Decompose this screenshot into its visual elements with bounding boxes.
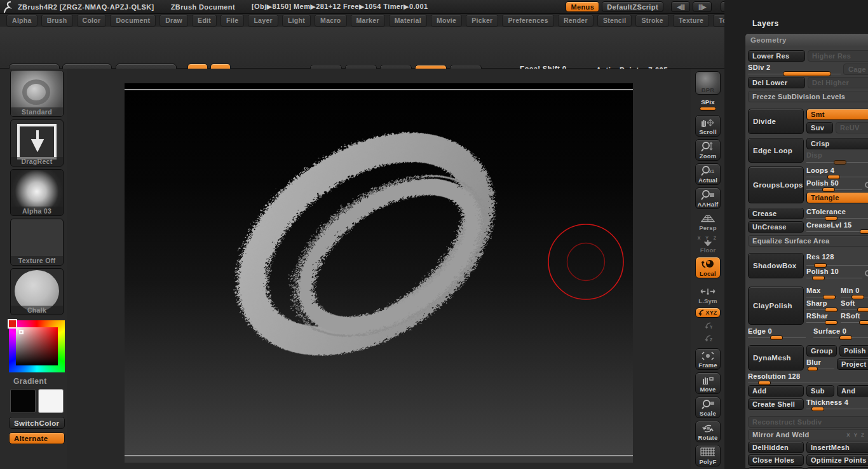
default-zscript-button[interactable]: DefaultZScript (602, 1, 663, 12)
suv-button[interactable]: Suv (806, 122, 833, 133)
menu-item-light[interactable]: Light (282, 15, 311, 27)
menu-item-marker[interactable]: Marker (351, 15, 385, 27)
blur-slider[interactable]: Blur (806, 358, 834, 369)
zoom-button[interactable]: Zoom (695, 139, 721, 161)
mirror-and-weld-button[interactable]: Mirror And Weld X Y Z (748, 429, 868, 440)
and-button[interactable]: And (837, 385, 868, 397)
dynamesh-button[interactable]: DynaMesh (748, 345, 804, 370)
edge-loop-button[interactable]: Edge Loop (748, 138, 804, 163)
freeze-subdivision-button[interactable]: Freeze SubDivision Levels (748, 91, 868, 102)
claypolish-button[interactable]: ClayPolish (748, 287, 804, 325)
rotate-3d-button[interactable]: Rotate (695, 421, 721, 442)
project-button[interactable]: Project (837, 358, 868, 370)
menu-item-document[interactable]: Document (110, 15, 156, 27)
spix-slider[interactable]: SPix (695, 97, 721, 114)
bpr-button[interactable]: BPR (695, 71, 721, 95)
menu-item-file[interactable]: File (220, 15, 244, 27)
move-3d-button[interactable]: Move (695, 372, 721, 394)
polish10-slider[interactable]: Polish 10 (806, 268, 862, 278)
current-brush-thumbnail[interactable]: Standard (10, 70, 64, 117)
menu-item-draw[interactable]: Draw (159, 15, 188, 27)
polish10-toggle-icon[interactable] (865, 270, 868, 276)
document-canvas[interactable] (125, 83, 633, 463)
higher-res-button[interactable]: Higher Res (808, 50, 868, 62)
create-shell-button[interactable]: Create Shell (748, 398, 804, 410)
geometry-header[interactable]: Geometry (745, 34, 868, 46)
rshar-slider[interactable]: RShar (806, 312, 837, 323)
reconstruct-subdiv-button[interactable]: Reconstruct Subdiv (748, 416, 868, 428)
optimize-points-button[interactable]: Optimize Points Order (806, 454, 868, 466)
menu-item-layer[interactable]: Layer (248, 15, 278, 27)
insertmesh-button[interactable]: InsertMesh (806, 442, 868, 453)
menu-item-texture[interactable]: Texture (673, 15, 709, 27)
reuv-button[interactable]: ReUV (836, 122, 868, 133)
disp-slider[interactable]: Disp (806, 151, 868, 163)
surface0-slider[interactable]: Surface 0 (813, 327, 868, 338)
sdiv-slider[interactable]: SDiv 2 (748, 64, 841, 74)
current-material-thumbnail[interactable]: Chalk (10, 268, 64, 315)
frame-button[interactable]: Frame (695, 348, 721, 370)
actual-button[interactable]: x1 Actual (695, 163, 721, 185)
group-button[interactable]: Group (806, 345, 837, 357)
current-texture-thumbnail[interactable]: Texture Off (10, 219, 64, 266)
close-holes-button[interactable]: Close Holes (748, 454, 804, 466)
soft-slider[interactable]: Soft (841, 299, 868, 310)
alternate-button[interactable]: Alternate (9, 432, 65, 444)
menu-item-render[interactable]: Render (558, 15, 593, 27)
rsoft-slider[interactable]: RSoft (841, 312, 868, 323)
menu-item-brush[interactable]: Brush (41, 15, 73, 27)
polish50-toggle-icon[interactable] (865, 182, 868, 188)
aahalf-button[interactable]: AAHalf (695, 187, 721, 209)
edge0-slider[interactable]: Edge 0 (748, 327, 806, 338)
scale-3d-button[interactable]: Scale (695, 397, 721, 418)
lower-res-button[interactable]: Lower Res (748, 50, 805, 62)
scroll-right-icon[interactable]: ||||▶ (693, 1, 712, 12)
menu-item-movie[interactable]: Movie (431, 15, 462, 27)
thickness-slider[interactable]: Thickness 4 (806, 398, 868, 409)
del-higher-button[interactable]: Del Higher (808, 77, 868, 88)
current-color-swatch[interactable] (8, 319, 17, 329)
min-slider[interactable]: Min 0 (841, 287, 868, 297)
add-button[interactable]: Add (748, 385, 804, 397)
polish-button[interactable]: Polish (839, 345, 868, 357)
menu-item-edit[interactable]: Edit (192, 15, 217, 27)
local-button[interactable]: Local (695, 257, 721, 278)
loops-slider[interactable]: Loops 4 (806, 167, 868, 177)
triangle-button[interactable]: Triangle (806, 192, 868, 203)
color-picker[interactable] (9, 320, 65, 372)
delhidden-button[interactable]: DelHidden (748, 442, 804, 453)
crisp-button[interactable]: Crisp (806, 138, 868, 149)
rotate-z-button[interactable]: Z (695, 333, 721, 343)
rotate-xyz-button[interactable]: XYZ (695, 308, 721, 318)
gradient-label[interactable]: Gradient (9, 375, 65, 387)
persp-button[interactable]: Persp (695, 212, 721, 232)
scroll-button[interactable]: Scroll (695, 115, 721, 137)
resolution-slider[interactable]: Resolution 128 (748, 372, 868, 383)
current-stroke-thumbnail[interactable]: DragRect (10, 119, 64, 167)
shadowbox-button[interactable]: ShadowBox (748, 253, 804, 278)
lsym-button[interactable]: L.Sym (695, 285, 721, 305)
sub-button[interactable]: Sub (806, 385, 834, 397)
rotate-y-button[interactable]: Y (695, 320, 721, 330)
menu-item-alpha[interactable]: Alpha (6, 15, 37, 27)
del-lower-button[interactable]: Del Lower (748, 77, 805, 88)
ctolerance-slider[interactable]: CTolerance (806, 208, 868, 219)
secondary-color-swatch[interactable] (38, 389, 64, 413)
res-slider[interactable]: Res 128 (806, 253, 868, 266)
menu-item-material[interactable]: Material (389, 15, 427, 27)
max-slider[interactable]: Max (806, 287, 837, 297)
groupsloops-button[interactable]: GroupsLoops (748, 167, 804, 203)
current-alpha-thumbnail[interactable]: Alpha 03 (10, 169, 64, 216)
crease-button[interactable]: Crease (748, 208, 804, 219)
floor-button[interactable]: X Y Z Floor (695, 234, 721, 254)
menu-item-stencil[interactable]: Stencil (597, 15, 632, 27)
switch-color-button[interactable]: SwitchColor (9, 417, 65, 429)
menu-item-stroke[interactable]: Stroke (635, 15, 668, 27)
uncrease-button[interactable]: UnCrease (748, 221, 804, 233)
smt-button[interactable]: Smt (806, 109, 868, 120)
polish50-slider[interactable]: Polish 50 (806, 179, 862, 190)
menu-item-preferences[interactable]: Preferences (502, 15, 553, 27)
menus-button[interactable]: Menus (566, 1, 599, 12)
main-color-swatch[interactable] (10, 389, 36, 413)
scroll-left-icon[interactable]: ◀|||| (671, 1, 690, 12)
